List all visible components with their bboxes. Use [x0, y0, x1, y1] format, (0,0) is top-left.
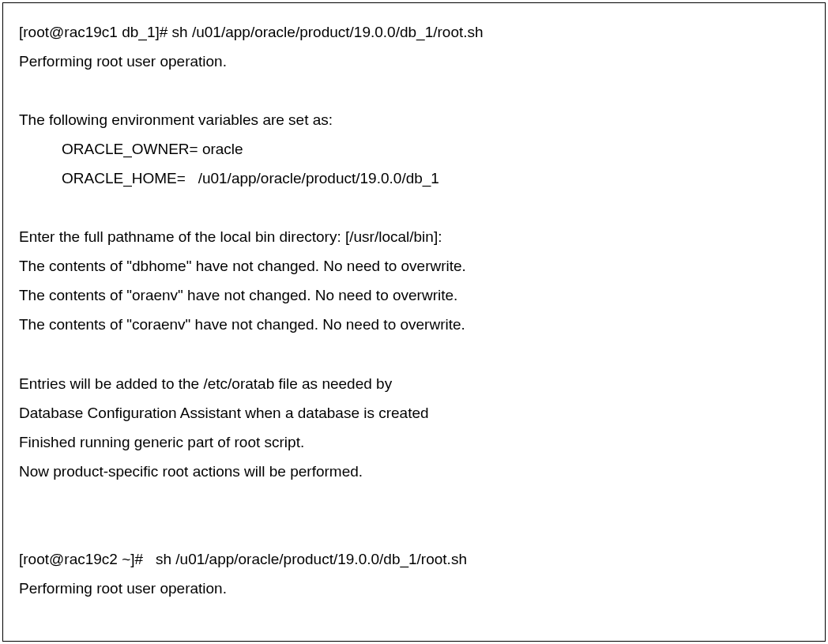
blank-line: [19, 515, 809, 544]
terminal-line: Entries will be added to the /etc/oratab…: [19, 369, 809, 398]
terminal-line: Finished running generic part of root sc…: [19, 427, 809, 457]
terminal-output-box: [root@rac19c1 db_1]# sh /u01/app/oracle/…: [2, 2, 826, 642]
terminal-line: Enter the full pathname of the local bin…: [19, 222, 809, 251]
blank-line: [19, 193, 809, 222]
terminal-line: Now product-specific root actions will b…: [19, 457, 809, 486]
blank-line: [19, 76, 809, 105]
terminal-line-prompt-1: [root@rac19c1 db_1]# sh /u01/app/oracle/…: [19, 17, 809, 47]
blank-line: [19, 486, 809, 515]
blank-line: [19, 340, 809, 369]
terminal-line: Performing root user operation.: [19, 574, 809, 603]
terminal-line-prompt-2: [root@rac19c2 ~]# sh /u01/app/oracle/pro…: [19, 544, 809, 574]
terminal-line: The following environment variables are …: [19, 105, 809, 134]
terminal-line-env-var: ORACLE_HOME= /u01/app/oracle/product/19.…: [19, 164, 809, 193]
terminal-line: Performing root user operation.: [19, 47, 809, 76]
terminal-line: The contents of "oraenv" have not change…: [19, 281, 809, 310]
terminal-line: Database Configuration Assistant when a …: [19, 398, 809, 427]
terminal-line: The contents of "dbhome" have not change…: [19, 251, 809, 281]
terminal-line: The contents of "coraenv" have not chang…: [19, 310, 809, 339]
terminal-line-env-var: ORACLE_OWNER= oracle: [19, 134, 809, 164]
